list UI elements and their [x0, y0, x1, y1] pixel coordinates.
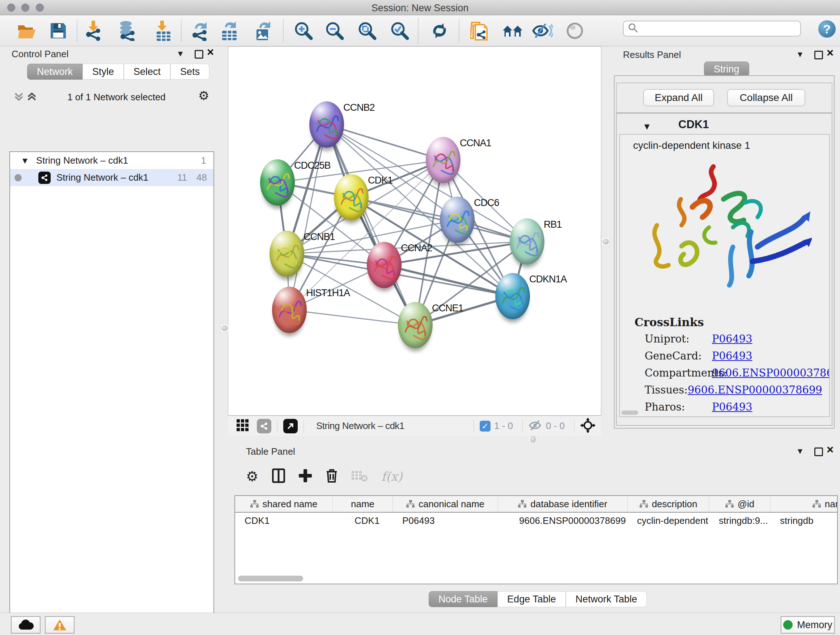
delete-table-icon[interactable] [352, 470, 368, 483]
toolbar-divider [277, 419, 278, 433]
control-panel-close-icon[interactable]: × [207, 49, 214, 56]
column-header[interactable]: database identifier [498, 496, 628, 512]
network-view-string-icon[interactable] [257, 419, 271, 433]
open-session-icon[interactable] [16, 20, 37, 41]
edge-CCNE1-HIST1H1A[interactable] [289, 310, 415, 325]
tab-string[interactable]: String [704, 62, 749, 77]
import-network-from-database-icon[interactable] [117, 20, 137, 41]
cell-namespace: stringdb [771, 515, 838, 526]
node-structure-icon [309, 101, 344, 148]
selected-nodes-checkbox-icon[interactable]: ✓ [480, 421, 491, 432]
detach-view-icon[interactable] [283, 419, 298, 433]
delete-column-icon[interactable] [325, 469, 338, 485]
collapse-all-button[interactable]: Collapse All [727, 89, 805, 106]
tab-edge-table[interactable]: Edge Table [497, 591, 566, 607]
tab-sets[interactable]: Sets [171, 64, 210, 80]
hide-graphics-icon[interactable] [532, 20, 553, 41]
first-neighbors-icon[interactable] [502, 20, 523, 41]
import-table-from-file-icon[interactable] [152, 20, 173, 41]
tab-node-table[interactable]: Node Table [429, 591, 497, 607]
zoom-selected-icon[interactable] [389, 20, 410, 41]
zoom-in-icon[interactable] [293, 20, 314, 41]
node-CDK1[interactable] [334, 174, 369, 220]
edge-CDK1-RB1[interactable] [351, 197, 527, 241]
node-CCNA2[interactable] [367, 242, 401, 288]
import-network-from-file-icon[interactable] [82, 20, 103, 41]
bottom-splitter-handle[interactable] [528, 436, 538, 442]
node-CCNE1[interactable] [398, 302, 433, 348]
column-header[interactable]: description [628, 496, 709, 512]
column-header[interactable]: shared name [235, 496, 333, 512]
show-columns-icon[interactable] [272, 469, 285, 485]
right-splitter-handle[interactable] [602, 237, 609, 246]
network-row-selected[interactable]: String Network – cdk1 11 48 [10, 169, 213, 186]
table-panel-menu-icon[interactable]: ▼ [798, 448, 802, 455]
node-RB1[interactable] [510, 218, 545, 264]
column-header[interactable]: name [333, 496, 393, 512]
results-panel-float-icon[interactable] [814, 51, 823, 59]
column-header[interactable]: namespace [771, 496, 838, 512]
gene-collapse-icon[interactable]: ▼ [644, 122, 650, 130]
edge-CCNB2-HIST1H1A[interactable] [289, 125, 327, 310]
table-hscrollbar[interactable] [238, 576, 303, 581]
control-panel-menu-icon[interactable]: ▼ [178, 50, 183, 57]
search-input[interactable] [642, 23, 795, 34]
hidden-elements-icon[interactable] [529, 420, 542, 432]
memory-button[interactable]: Memory [781, 616, 835, 633]
birds-eye-crosshair-icon[interactable] [580, 418, 595, 434]
export-table-icon[interactable] [219, 20, 240, 41]
crosslink-link[interactable]: P06493 [712, 333, 752, 345]
node-CDC25B[interactable] [260, 159, 295, 206]
cloud-button[interactable] [11, 616, 41, 633]
crosslink-link[interactable]: 9606.ENSP00000378699 [712, 367, 830, 379]
node-CCNA1[interactable] [426, 137, 461, 183]
crosslink-link[interactable]: P06493 [712, 350, 752, 362]
export-image-icon[interactable] [253, 20, 273, 41]
export-network-icon[interactable] [189, 20, 210, 41]
create-column-icon[interactable] [299, 469, 312, 484]
grid-view-icon[interactable] [237, 419, 249, 433]
collapse-all-networks-icon[interactable] [13, 91, 25, 103]
network-options-gear-icon[interactable]: ⚙ [198, 88, 209, 103]
tab-select[interactable]: Select [124, 64, 171, 80]
apply-preferred-layout-icon[interactable] [429, 20, 450, 41]
function-builder-icon[interactable]: f(x) [381, 469, 402, 484]
node-HIST1H1A[interactable] [272, 287, 307, 333]
protein-structure-image [638, 157, 812, 294]
network-collection-row[interactable]: ▼ String Network – cdk1 1 [10, 152, 213, 169]
expand-all-networks-icon[interactable] [26, 91, 38, 103]
table-panel-float-icon[interactable] [814, 448, 823, 456]
table-panel-close-icon[interactable]: × [827, 446, 834, 453]
warnings-button[interactable] [45, 616, 74, 633]
table-settings-gear-icon[interactable]: ⚙ [246, 469, 258, 485]
network-canvas[interactable]: CCNB2CCNA1CDC25BCDK1CDC6RB1CCNB1CCNA2CDK… [228, 46, 601, 416]
zoom-fit-content-icon[interactable] [357, 20, 378, 41]
show-graphics-details-icon[interactable] [564, 20, 585, 41]
memory-status-dot-icon [783, 620, 793, 630]
node-structure-icon [495, 273, 530, 319]
results-panel-menu-icon[interactable]: ▼ [798, 51, 802, 58]
expand-all-button[interactable]: Expand All [643, 89, 714, 106]
tab-network-table[interactable]: Network Table [566, 591, 647, 607]
table-panel-title: Table Panel [246, 446, 295, 457]
left-splitter-handle[interactable] [220, 324, 228, 333]
save-session-icon[interactable] [48, 20, 69, 41]
node-CDKN1A[interactable] [495, 273, 530, 319]
column-header[interactable]: canonical name [393, 496, 498, 512]
tab-style[interactable]: Style [82, 64, 124, 80]
zoom-out-icon[interactable] [324, 20, 345, 41]
node-CCNB1[interactable] [270, 231, 304, 277]
node-CCNB2[interactable] [309, 101, 344, 148]
crosslink-link[interactable]: 9606.ENSP00000378699 [688, 384, 822, 396]
table-row[interactable]: CDK1 CDK1 P06493 9606.ENSP00000378699 cy… [235, 513, 837, 529]
crosslink-link[interactable]: P06493 [712, 401, 752, 413]
collection-expand-icon[interactable]: ▼ [22, 157, 27, 165]
node-CDC6[interactable] [440, 196, 475, 243]
help-icon[interactable]: ? [818, 20, 836, 38]
tab-network[interactable]: Network [27, 64, 82, 80]
clone-network-icon[interactable] [469, 20, 490, 41]
column-header[interactable]: @id [709, 496, 771, 512]
results-panel-close-icon[interactable]: × [827, 49, 834, 57]
details-hscrollbar[interactable] [622, 410, 638, 415]
control-panel-float-icon[interactable] [195, 50, 203, 59]
